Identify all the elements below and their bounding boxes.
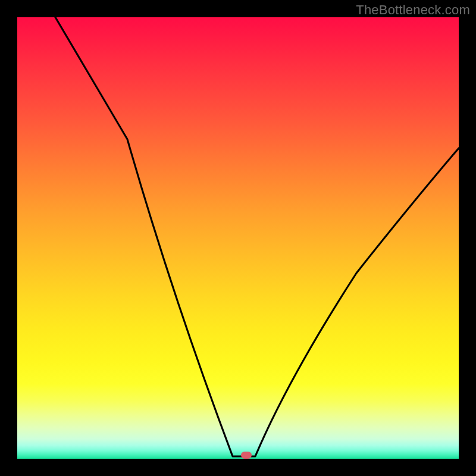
plot-area bbox=[17, 17, 459, 459]
watermark-text: TheBottleneck.com bbox=[356, 2, 470, 18]
app-frame: TheBottleneck.com bbox=[0, 0, 476, 476]
bottleneck-curve bbox=[17, 17, 459, 459]
bottleneck-marker bbox=[241, 452, 252, 459]
